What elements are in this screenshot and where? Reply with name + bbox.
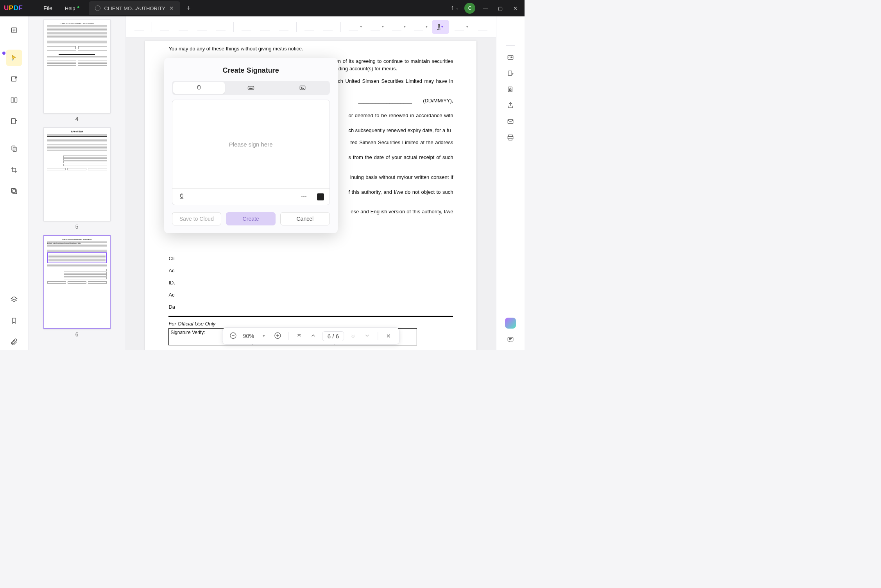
- window-close[interactable]: ✕: [510, 5, 520, 11]
- svg-text:OCR: OCR: [509, 56, 513, 59]
- tab-image-upload[interactable]: [277, 82, 329, 94]
- doc-field-label: Da: [168, 304, 453, 311]
- form-mode-button[interactable]: [6, 113, 22, 129]
- svg-rect-11: [285, 25, 288, 29]
- text-tool[interactable]: [238, 20, 255, 34]
- signature-tool[interactable]: ▼: [432, 20, 449, 34]
- tab-count[interactable]: 1⌄: [451, 5, 459, 11]
- doc-paragraph: You may do any of these things without g…: [168, 45, 453, 53]
- measure-tool[interactable]: ▼: [451, 20, 471, 34]
- bookmark-button[interactable]: [6, 313, 22, 329]
- chat-button[interactable]: [507, 336, 514, 345]
- crop-button[interactable]: [6, 162, 22, 178]
- right-tool-rail: OCR: [496, 16, 525, 350]
- sticker-tool[interactable]: ▼: [388, 20, 408, 34]
- zoom-level[interactable]: 90%: [242, 333, 255, 339]
- edit-mode-button[interactable]: [6, 71, 22, 87]
- document-tab[interactable]: CLIENT MO...AUTHORITY ✕: [89, 1, 181, 15]
- last-page-button[interactable]: [362, 332, 372, 340]
- comment-mode-button[interactable]: [6, 50, 22, 66]
- strikethrough-tool[interactable]: [175, 20, 192, 34]
- create-button[interactable]: Create: [226, 212, 276, 225]
- svg-rect-26: [508, 71, 512, 75]
- search-button[interactable]: [474, 20, 491, 34]
- trackpad-toggle[interactable]: [178, 192, 186, 201]
- new-tab-button[interactable]: +: [186, 4, 191, 13]
- titlebar: UPDF File Help CLIENT MO...AUTHORITY ✕ +…: [0, 0, 525, 16]
- svg-point-16: [484, 25, 487, 29]
- svg-rect-5: [12, 146, 15, 150]
- svg-rect-12: [355, 25, 358, 30]
- stroke-color-button[interactable]: [317, 193, 324, 200]
- create-signature-dialog: Create Signature Please sign here 〰: [164, 58, 338, 233]
- zoom-dropdown[interactable]: ▼: [259, 334, 269, 338]
- thumbnail-page-4[interactable]: CLIENT ACKNOWLEDGEMENT AND CONSENT: [43, 20, 111, 113]
- next-page-button[interactable]: [348, 332, 358, 340]
- ocr-button[interactable]: OCR: [507, 54, 514, 63]
- menu-file[interactable]: File: [37, 5, 59, 11]
- zoom-in-button[interactable]: [273, 332, 283, 341]
- underline-tool[interactable]: [193, 20, 211, 34]
- svg-rect-4: [11, 118, 15, 123]
- prev-page-button[interactable]: [308, 332, 319, 340]
- cancel-button[interactable]: Cancel: [280, 212, 330, 225]
- close-nav-button[interactable]: ✕: [383, 333, 394, 339]
- svg-point-14: [422, 25, 423, 28]
- print-button[interactable]: [507, 134, 514, 143]
- stamp-approval-tool[interactable]: ▼: [410, 20, 430, 34]
- official-use-header: For Official Use Only: [168, 320, 453, 328]
- thumbnail-page-5[interactable]: 客戶款項常設授權: [43, 127, 111, 221]
- callout-tool[interactable]: [275, 20, 292, 34]
- signature-canvas[interactable]: Please sign here: [172, 100, 329, 188]
- menu-help[interactable]: Help: [59, 5, 82, 11]
- reader-mode-button[interactable]: [6, 22, 22, 38]
- svg-rect-3: [14, 98, 17, 102]
- layers-button[interactable]: [6, 291, 22, 308]
- attachment-button[interactable]: [6, 334, 22, 350]
- note-tool[interactable]: [131, 20, 148, 34]
- protect-button[interactable]: [507, 86, 514, 95]
- stroke-width-button[interactable]: 〰: [301, 193, 307, 200]
- organize-pages-button[interactable]: [6, 141, 22, 157]
- svg-rect-28: [510, 89, 511, 90]
- thumbnail-page-6[interactable]: CLIENT MONEY STANDING AUTHORITY Authorit…: [43, 235, 111, 329]
- tab-mouse-draw[interactable]: [173, 82, 225, 94]
- stamp-tool[interactable]: ▼: [367, 20, 387, 34]
- page-layout-button[interactable]: [6, 92, 22, 108]
- ai-assistant-button[interactable]: [505, 318, 516, 329]
- svg-rect-6: [13, 147, 16, 152]
- pencil-tool[interactable]: [301, 20, 318, 34]
- doc-field-label: Ac: [168, 291, 453, 299]
- window-minimize[interactable]: —: [481, 5, 490, 11]
- email-button[interactable]: [507, 118, 514, 127]
- svg-rect-33: [508, 337, 513, 341]
- svg-rect-9: [141, 25, 144, 30]
- annotation-toolbar: ▼ ▼ ▼ ▼ ▼ ▼: [126, 16, 496, 38]
- page-indicator[interactable]: 6 / 6: [322, 331, 344, 341]
- save-to-cloud-button[interactable]: Save to Cloud: [172, 212, 222, 225]
- zoom-out-button[interactable]: [228, 332, 238, 341]
- dialog-title: Create Signature: [172, 66, 330, 75]
- first-page-button[interactable]: [294, 332, 304, 340]
- squiggly-tool[interactable]: [212, 20, 229, 34]
- svg-rect-2: [11, 98, 14, 102]
- signature-method-tabs: [172, 81, 330, 95]
- convert-button[interactable]: [507, 70, 514, 79]
- page-navigation-bar: 90% ▼ 6 / 6 ✕: [222, 327, 399, 345]
- user-avatar[interactable]: C: [464, 3, 475, 14]
- thumbnail-panel: CLIENT ACKNOWLEDGEMENT AND CONSENT 4 客戶款…: [29, 16, 126, 350]
- share-button[interactable]: [507, 102, 514, 111]
- shape-tool[interactable]: ▼: [345, 20, 365, 34]
- eraser-tool[interactable]: [319, 20, 337, 34]
- svg-point-13: [377, 25, 380, 31]
- textbox-tool[interactable]: [256, 20, 274, 34]
- highlight-tool[interactable]: [156, 20, 173, 34]
- redact-button[interactable]: [6, 183, 22, 199]
- window-maximize[interactable]: ▢: [496, 5, 505, 11]
- svg-rect-18: [248, 86, 254, 89]
- close-tab-icon[interactable]: ✕: [169, 5, 174, 11]
- svg-rect-29: [508, 120, 513, 123]
- signature-canvas-container: Please sign here 〰: [172, 100, 330, 205]
- tab-doc-icon: [95, 5, 100, 11]
- tab-keyboard-type[interactable]: [225, 82, 277, 94]
